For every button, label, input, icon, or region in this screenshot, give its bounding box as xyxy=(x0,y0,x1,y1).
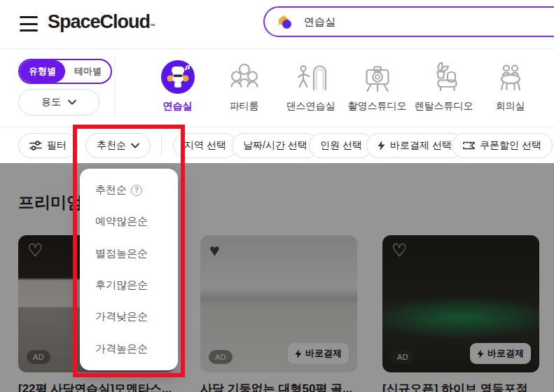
sort-option-label: 가격높은순 xyxy=(95,342,148,356)
category-label: 촬영스튜디오 xyxy=(348,100,407,113)
category-party-room[interactable]: 파티룸 xyxy=(211,60,277,113)
filter-label: 필터 xyxy=(47,139,67,152)
chevron-down-icon xyxy=(68,99,76,105)
logo-trademark: ™ xyxy=(150,23,155,29)
sort-option-most-booked[interactable]: 예약많은순 xyxy=(80,206,178,237)
sort-label: 추천순 xyxy=(97,139,126,152)
region-label: 지역 선택 xyxy=(184,139,226,152)
category-list: 연습실 파티룸 xyxy=(144,60,543,113)
hamburger-menu-icon[interactable] xyxy=(20,16,38,31)
sort-option-label: 예약많은순 xyxy=(95,215,148,228)
category-rental-studio[interactable]: 렌탈스튜디오 xyxy=(410,60,477,113)
instant-payment-select-button[interactable]: 바로결제 선택 xyxy=(366,133,463,158)
search-query-text: 연습실 xyxy=(304,15,335,29)
coupon-label: 쿠폰할인 선택 xyxy=(480,139,541,152)
sort-option-recommended[interactable]: 추천순 ? xyxy=(80,174,178,206)
tab-by-theme[interactable]: 테마별 xyxy=(65,60,111,83)
sort-option-label: 후기많은순 xyxy=(95,279,148,292)
instant-payment-label: 바로결제 선택 xyxy=(390,139,452,152)
category-label: 댄스연습실 xyxy=(286,100,335,113)
category-meeting-room[interactable]: 회의실 xyxy=(477,60,543,113)
usage-label: 용도 xyxy=(41,96,61,108)
lightning-icon xyxy=(378,141,385,150)
tab-by-type[interactable]: 유형별 xyxy=(20,60,65,83)
divider xyxy=(114,59,115,116)
header: SpaceCloud™ 연습실 xyxy=(0,0,554,49)
category-dance-studio[interactable]: 댄스연습실 xyxy=(277,60,344,113)
dance-studio-icon xyxy=(294,60,328,94)
category-label: 파티룸 xyxy=(230,100,259,113)
sort-option-label: 가격낮은순 xyxy=(95,310,148,323)
rental-studio-icon xyxy=(427,60,461,94)
headcount-select-button[interactable]: 인원 선택 xyxy=(309,133,373,158)
usage-dropdown[interactable]: 용도 xyxy=(18,89,99,115)
help-icon[interactable]: ? xyxy=(131,185,142,196)
coupon-icon xyxy=(463,141,475,150)
sort-option-price-high[interactable]: 가격높은순 xyxy=(80,333,178,365)
category-practice-room[interactable]: 연습실 xyxy=(144,60,211,113)
meeting-room-icon xyxy=(494,60,527,94)
filter-bar: 필터 추천순 지역 선택 날짜/시간 선택 인원 선택 바로결제 선택 xyxy=(0,127,554,164)
region-select-button[interactable]: 지역 선택 xyxy=(173,133,237,158)
sort-dropdown-menu: 추천순 ? 예약많은순 별점높은순 후기많은순 가격낮은순 가격높은순 xyxy=(80,169,178,370)
divider xyxy=(161,134,162,157)
photo-studio-icon xyxy=(361,60,394,94)
sort-option-label: 추천순 xyxy=(95,183,127,197)
coupon-select-button[interactable]: 쿠폰할인 선택 xyxy=(452,133,553,158)
sliders-icon xyxy=(29,140,42,151)
page: SpaceCloud™ 연습실 유형별 테마별 용도 xyxy=(0,0,554,392)
type-theme-toggle: 유형별 테마별 xyxy=(18,59,112,84)
chevron-down-icon xyxy=(131,143,139,148)
search-input[interactable]: 연습실 xyxy=(263,6,554,37)
logo-text: SpaceCloud xyxy=(48,11,150,32)
home-icon xyxy=(276,13,294,31)
category-label: 회의실 xyxy=(496,100,525,113)
sort-option-price-low[interactable]: 가격낮은순 xyxy=(80,301,178,332)
sort-option-most-reviews[interactable]: 후기많은순 xyxy=(80,270,178,301)
datetime-label: 날짜/시간 선택 xyxy=(243,139,307,152)
category-section: 유형별 테마별 용도 xyxy=(0,49,554,127)
filter-button[interactable]: 필터 xyxy=(18,133,78,158)
headcount-label: 인원 선택 xyxy=(320,139,362,152)
datetime-select-button[interactable]: 날짜/시간 선택 xyxy=(232,133,319,158)
category-label: 연습실 xyxy=(163,100,193,113)
sort-option-label: 별점높은순 xyxy=(95,247,148,260)
category-photo-studio[interactable]: 촬영스튜디오 xyxy=(344,60,410,113)
party-room-icon xyxy=(228,60,261,94)
logo[interactable]: SpaceCloud™ xyxy=(48,11,155,33)
practice-room-icon xyxy=(161,60,195,94)
category-label: 렌탈스튜디오 xyxy=(415,100,473,113)
sort-option-highest-rating[interactable]: 별점높은순 xyxy=(80,238,178,270)
sort-button[interactable]: 추천순 xyxy=(85,133,151,158)
